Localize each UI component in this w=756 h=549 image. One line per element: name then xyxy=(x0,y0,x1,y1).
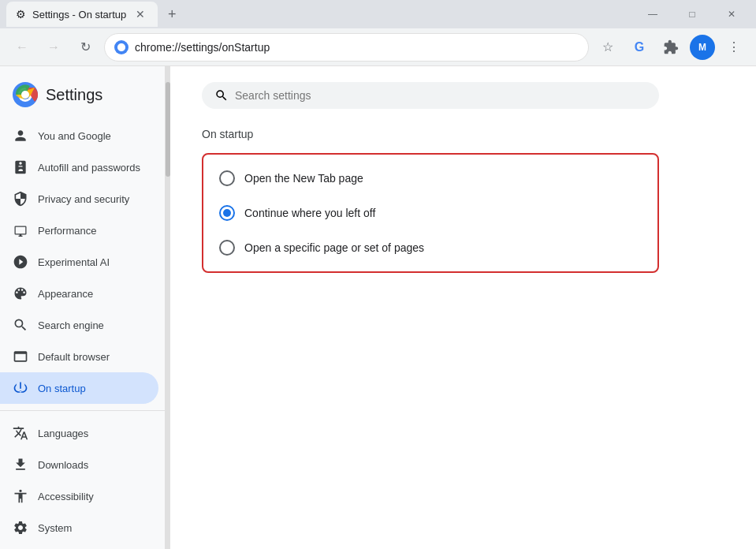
active-tab[interactable]: ⚙ Settings - On startup ✕ xyxy=(6,2,158,27)
sidebar-item-label: Search engine xyxy=(38,319,104,331)
sidebar-item-label: Performance xyxy=(38,225,96,237)
sidebar-item-label: Languages xyxy=(38,428,88,439)
startup-icon xyxy=(13,380,28,396)
sidebar-item-reset-settings[interactable]: Reset settings xyxy=(0,543,158,549)
option-continue-label: Continue where you left off xyxy=(244,207,375,219)
extensions-icon[interactable] xyxy=(658,35,683,60)
option-specific-pages-label: Open a specific page or set of pages xyxy=(244,241,424,254)
window-controls: — □ ✕ xyxy=(635,0,750,28)
new-tab-button[interactable]: + xyxy=(161,3,183,25)
option-new-tab[interactable]: Open the New Tab page xyxy=(203,161,657,196)
title-bar: ⚙ Settings - On startup ✕ + — □ ✕ xyxy=(0,0,756,28)
sidebar-item-label: Default browser xyxy=(38,351,110,363)
sidebar-item-label: Privacy and security xyxy=(38,193,129,205)
sidebar-item-label: Accessibility xyxy=(38,491,94,502)
privacy-icon xyxy=(13,191,28,207)
option-new-tab-label: Open the New Tab page xyxy=(244,172,363,185)
sidebar-item-privacy[interactable]: Privacy and security xyxy=(0,183,158,215)
address-bar: ← → ↻ chrome://settings/onStartup ☆ G M … xyxy=(0,28,756,66)
search-bar[interactable] xyxy=(202,82,659,109)
sidebar-scrollbar[interactable] xyxy=(166,66,170,549)
browser-icon xyxy=(13,349,28,364)
tab-title: Settings - On startup xyxy=(32,9,126,21)
option-continue[interactable]: Continue where you left off xyxy=(203,196,657,230)
person-icon xyxy=(13,128,28,144)
sidebar-item-experimental-ai[interactable]: Experimental AI xyxy=(0,246,158,278)
system-icon xyxy=(13,520,28,536)
search-icon xyxy=(214,88,229,103)
chrome-logo xyxy=(13,82,38,107)
tab-bar: ⚙ Settings - On startup ✕ + xyxy=(6,2,628,27)
content-area: On startup Open the New Tab page Continu… xyxy=(170,66,756,549)
radio-continue[interactable] xyxy=(219,205,235,221)
sidebar-item-accessibility[interactable]: Accessibility xyxy=(0,480,158,512)
startup-options-box: Open the New Tab page Continue where you… xyxy=(202,153,659,273)
sidebar-header: Settings xyxy=(0,73,165,120)
bookmark-button[interactable]: ☆ xyxy=(595,35,620,60)
close-button[interactable]: ✕ xyxy=(713,0,750,28)
performance-icon xyxy=(13,222,28,238)
forward-button[interactable]: → xyxy=(41,35,66,60)
ai-icon xyxy=(13,254,28,270)
sidebar-item-default-browser[interactable]: Default browser xyxy=(0,341,158,372)
sidebar-item-search-engine[interactable]: Search engine xyxy=(0,309,158,341)
back-button[interactable]: ← xyxy=(9,35,35,60)
profile-icon[interactable]: M xyxy=(690,35,715,60)
sidebar-item-downloads[interactable]: Downloads xyxy=(0,449,158,480)
radio-specific-pages[interactable] xyxy=(219,240,235,256)
sidebar-item-system[interactable]: System xyxy=(0,512,158,543)
sidebar-item-you-and-google[interactable]: You and Google xyxy=(0,120,158,151)
sidebar-item-label: Downloads xyxy=(38,459,88,471)
sidebar-item-label: You and Google xyxy=(38,130,111,142)
sidebar: Settings You and Google Autofill and pas… xyxy=(0,66,166,549)
sidebar-item-performance[interactable]: Performance xyxy=(0,215,158,246)
sidebar-item-label: System xyxy=(38,522,72,534)
sidebar-item-label: On startup xyxy=(38,383,86,394)
sidebar-item-label: Appearance xyxy=(38,288,93,300)
reload-button[interactable]: ↻ xyxy=(73,35,98,60)
section-title: On startup xyxy=(202,128,724,140)
main-layout: Settings You and Google Autofill and pas… xyxy=(0,66,756,549)
google-icon[interactable]: G xyxy=(627,35,652,60)
sidebar-item-on-startup[interactable]: On startup xyxy=(0,372,158,404)
svg-point-4 xyxy=(21,91,29,99)
search-input[interactable] xyxy=(235,89,646,102)
url-bar[interactable]: chrome://settings/onStartup xyxy=(104,33,589,62)
sidebar-item-label: Autofill and passwords xyxy=(38,162,140,174)
scrollbar-thumb[interactable] xyxy=(166,82,170,177)
tab-close-button[interactable]: ✕ xyxy=(132,6,148,22)
languages-icon xyxy=(13,425,28,441)
appearance-icon xyxy=(13,286,28,301)
autofill-icon xyxy=(13,159,28,175)
sidebar-item-appearance[interactable]: Appearance xyxy=(0,278,158,309)
sidebar-item-languages[interactable]: Languages xyxy=(0,417,158,449)
radio-new-tab[interactable] xyxy=(219,170,235,186)
tab-favicon: ⚙ xyxy=(16,8,26,21)
nav-divider xyxy=(0,410,165,411)
accessibility-icon xyxy=(13,488,28,504)
more-button[interactable]: ⋮ xyxy=(721,35,747,60)
minimize-button[interactable]: — xyxy=(635,0,671,28)
sidebar-title: Settings xyxy=(46,86,102,104)
url-text: chrome://settings/onStartup xyxy=(135,41,579,54)
search-engine-icon xyxy=(13,317,28,333)
maximize-button[interactable]: □ xyxy=(674,0,710,28)
downloads-icon xyxy=(13,457,28,472)
sidebar-item-autofill[interactable]: Autofill and passwords xyxy=(0,151,158,183)
sidebar-item-label: Experimental AI xyxy=(38,256,110,268)
option-specific-pages[interactable]: Open a specific page or set of pages xyxy=(203,230,657,265)
url-favicon xyxy=(114,40,128,54)
